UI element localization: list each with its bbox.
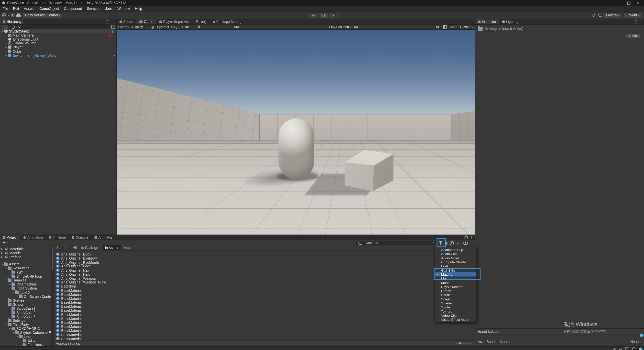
expand-arrow[interactable]: ▾ bbox=[12, 291, 15, 294]
cloud-icon[interactable] bbox=[16, 14, 21, 17]
folder-item[interactable]: ▾ BOXOPHOBIC bbox=[0, 327, 51, 331]
material-list-item[interactable]: Aris_Original_EyeMouth bbox=[56, 260, 475, 264]
menu-item[interactable]: Help bbox=[132, 6, 144, 11]
assetbundle-popup[interactable]: None bbox=[500, 340, 510, 344]
lock-icon[interactable] bbox=[106, 20, 109, 23]
mute-audio-icon[interactable] bbox=[436, 25, 440, 28]
material-list-item[interactable]: Backdrop bbox=[56, 284, 475, 289]
folder-item[interactable]: ▾ Scripts bbox=[0, 302, 51, 306]
material-list-item[interactable]: BaseMaterial bbox=[56, 317, 475, 321]
tab-hierarchy[interactable]: Hierarchy bbox=[0, 19, 25, 24]
play-focused-popup[interactable]: Play Focused bbox=[329, 25, 351, 29]
expand-arrow[interactable]: ▾ bbox=[12, 331, 15, 334]
close-button[interactable] bbox=[633, 0, 642, 6]
menu-item[interactable]: Assets bbox=[21, 6, 37, 11]
search-scope-chip[interactable]: All bbox=[70, 245, 79, 250]
filter-menu-item[interactable]: Model bbox=[435, 280, 477, 284]
filter-menu-item[interactable]: Prefab bbox=[435, 289, 477, 293]
menu-item[interactable]: Edit bbox=[11, 6, 21, 11]
stats-toggle[interactable]: Stats bbox=[450, 25, 457, 29]
message-icon[interactable] bbox=[625, 347, 629, 350]
viewport-tab[interactable]: Package Manager bbox=[210, 19, 248, 24]
lock-icon[interactable] bbox=[465, 236, 468, 239]
material-list-item[interactable]: BaseMaterial bbox=[56, 325, 475, 329]
folder-item[interactable]: Functions bbox=[0, 343, 51, 346]
material-list-item[interactable]: Aris_Original_Halo bbox=[56, 272, 475, 276]
menu-item[interactable]: GameObject bbox=[37, 6, 61, 11]
vsync-grid-icon[interactable] bbox=[443, 25, 447, 29]
hierarchy-item[interactable]: ▸ Player bbox=[0, 45, 116, 49]
progress-icon[interactable] bbox=[632, 347, 636, 350]
undo-history-icon[interactable] bbox=[592, 13, 596, 17]
display-popup[interactable]: Display 1 bbox=[132, 25, 148, 29]
folder-item[interactable]: StudyCase2 bbox=[0, 310, 51, 314]
project-tab[interactable]: Animator bbox=[92, 235, 116, 240]
layout-button[interactable]: Layout bbox=[624, 12, 642, 18]
favorite-item[interactable]: All Prefabs bbox=[0, 255, 51, 259]
expand-arrow[interactable]: ▾ bbox=[5, 303, 8, 306]
hierarchy-item[interactable]: Main Camera bbox=[0, 33, 116, 37]
gizmos-popup[interactable]: Gizmos bbox=[460, 25, 473, 29]
capture-icon[interactable] bbox=[354, 26, 358, 28]
material-list-item[interactable]: BaseMaterial bbox=[56, 301, 475, 305]
panel-menu-icon[interactable] bbox=[639, 20, 642, 24]
search-icon[interactable] bbox=[598, 14, 601, 17]
search-scope-chip[interactable]: In Packages bbox=[79, 245, 102, 250]
pause-button[interactable] bbox=[319, 12, 328, 18]
expand-arrow[interactable]: ▸ bbox=[5, 54, 8, 57]
create-gameobject-button[interactable] bbox=[1, 25, 9, 29]
material-list-item[interactable]: BaseMaterial bbox=[56, 313, 475, 317]
material-list-item[interactable]: Aris_Original_Eyebrow bbox=[56, 256, 475, 260]
filter-menu-item[interactable]: Visual Effect Asset bbox=[435, 317, 477, 322]
resolution-popup[interactable]: QHD (2560x1440) bbox=[151, 25, 179, 29]
menu-item[interactable]: Services bbox=[84, 6, 103, 11]
menu-item[interactable]: Jobs bbox=[103, 6, 115, 11]
material-list-item[interactable]: BaseMaterial bbox=[56, 337, 475, 340]
hierarchy-item[interactable]: ▸ Environment_Narrow_Walls bbox=[0, 53, 116, 57]
material-list-item[interactable]: Aris_Original_Weapon_Glow bbox=[56, 280, 475, 284]
folder-item[interactable]: ▾ Skybox Cubemap Ext bbox=[0, 331, 51, 335]
material-list-item[interactable]: BaseMaterial bbox=[56, 289, 475, 293]
edit-status-icon[interactable] bbox=[613, 347, 616, 350]
hierarchy-item[interactable]: Cube bbox=[0, 49, 116, 53]
panel-menu-icon[interactable] bbox=[111, 20, 115, 24]
version-control-button[interactable]: Unity Version Control bbox=[23, 12, 63, 18]
folder-item[interactable]: On-Screen Contro bbox=[0, 295, 51, 299]
folder-item[interactable]: ▾ 1.14.2 bbox=[0, 291, 51, 295]
material-list-item[interactable]: Aris_Original_Weapon bbox=[56, 276, 475, 280]
material-list-item[interactable]: BaseMaterial bbox=[56, 293, 475, 297]
search-scope-chip[interactable]: In Assets bbox=[103, 245, 121, 250]
assetbundle-variant-popup[interactable]: None bbox=[630, 340, 641, 344]
expand-arrow[interactable]: ▾ bbox=[5, 267, 8, 270]
material-list-item[interactable]: BaseMaterial bbox=[56, 329, 475, 333]
game-popup[interactable]: Game bbox=[118, 25, 129, 29]
expand-arrow[interactable]: ▾ bbox=[1, 29, 4, 33]
project-tab[interactable]: Timeline bbox=[46, 235, 69, 240]
folder-item[interactable]: ▸ Cinemachine bbox=[0, 282, 51, 287]
expand-arrow[interactable]: ▾ bbox=[8, 327, 12, 330]
folder-item[interactable]: ▾ Input System bbox=[0, 287, 51, 291]
clear-search-icon[interactable] bbox=[433, 241, 435, 245]
inspector-tab[interactable]: Lighting bbox=[500, 19, 522, 24]
filter-menu-item[interactable]: Scene bbox=[435, 293, 477, 297]
folder-item[interactable]: FBX bbox=[0, 270, 51, 274]
folder-item[interactable]: ▾ ThirdParty bbox=[0, 323, 51, 327]
folder-item[interactable]: ▾ Samples bbox=[0, 278, 51, 282]
viewport-tab[interactable]: Player (Input Actions Editor) bbox=[157, 19, 210, 24]
create-asset-button[interactable] bbox=[1, 240, 9, 245]
project-tab[interactable]: Project bbox=[0, 235, 21, 240]
hierarchy-item[interactable]: Global Volume bbox=[0, 41, 116, 45]
folder-item[interactable]: StudyCase1 bbox=[0, 306, 51, 310]
scale-slider[interactable] bbox=[193, 27, 229, 27]
expand-arrow[interactable]: ▸ bbox=[5, 46, 8, 49]
info-icon[interactable] bbox=[450, 241, 454, 245]
favorite-item[interactable]: All Materials bbox=[0, 247, 51, 251]
folder-item[interactable]: Scenes bbox=[0, 299, 51, 303]
expand-arrow[interactable]: ▾ bbox=[8, 287, 12, 290]
expand-arrow[interactable]: ▾ bbox=[16, 335, 19, 338]
material-list-item[interactable]: BaseMaterial bbox=[56, 309, 475, 313]
account-icon[interactable] bbox=[2, 13, 6, 17]
scrollbar-thumb[interactable] bbox=[52, 246, 53, 270]
thumbnail-size-slider[interactable] bbox=[456, 343, 472, 344]
activity-dot-icon[interactable] bbox=[639, 347, 642, 350]
